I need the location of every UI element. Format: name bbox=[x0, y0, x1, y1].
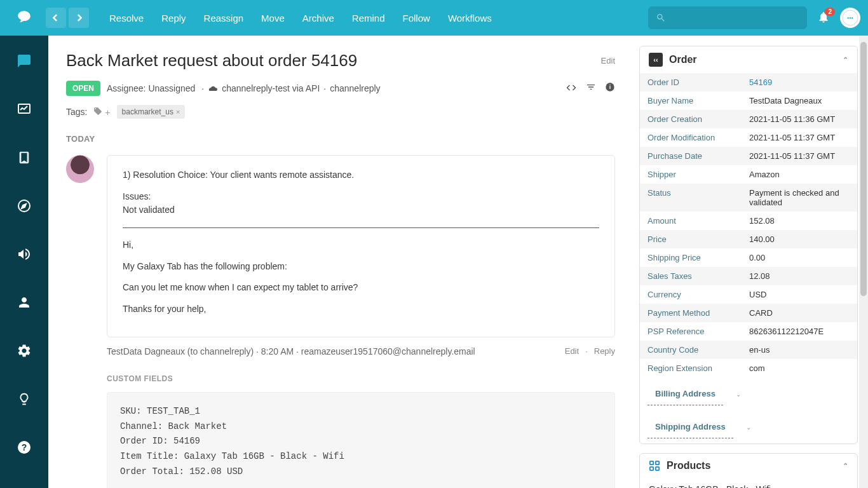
svg-rect-10 bbox=[650, 467, 653, 470]
products-icon bbox=[649, 460, 660, 471]
order-field-key: Region Extension bbox=[640, 359, 742, 377]
chat-icon bbox=[17, 53, 32, 69]
notification-badge: 2 bbox=[825, 8, 835, 16]
toolbar: Resolve Reply Reassign Move Archive Remi… bbox=[100, 8, 501, 29]
order-field-key: Order Creation bbox=[640, 110, 742, 128]
order-field-value: 0.00 bbox=[742, 248, 857, 267]
message-body: 1) Resolution Choice: Your client wants … bbox=[107, 155, 615, 337]
person-icon bbox=[17, 295, 32, 310]
order-field-row: Price140.00 bbox=[640, 230, 857, 248]
app-logo[interactable] bbox=[14, 8, 34, 28]
order-field-value: 2021-11-05 11:37 GMT bbox=[742, 147, 857, 165]
order-field-row: Country Codeen-us bbox=[640, 341, 857, 359]
order-panel-header[interactable]: ‹‹ Order ⌃ bbox=[640, 46, 857, 73]
assignee-text[interactable]: Assignee: Unassigned bbox=[107, 83, 195, 93]
filter-icon[interactable] bbox=[586, 82, 596, 95]
edit-title-button[interactable]: Edit bbox=[601, 56, 615, 65]
prev-button[interactable] bbox=[46, 8, 66, 28]
order-field-key: Order Modification bbox=[640, 128, 742, 147]
sidebar-announce[interactable] bbox=[11, 241, 37, 267]
info-icon[interactable]: i bbox=[605, 82, 615, 95]
status-badge: OPEN bbox=[66, 81, 100, 96]
reply-button[interactable]: Reply bbox=[153, 8, 194, 29]
sidebar-reports[interactable] bbox=[11, 97, 37, 122]
order-field-row: Shipping Price0.00 bbox=[640, 248, 857, 267]
code-icon[interactable] bbox=[566, 82, 577, 95]
order-icon: ‹‹ bbox=[649, 53, 663, 67]
chevron-down-icon: ⌄ bbox=[746, 424, 751, 431]
order-field-row: Buyer NameTestData Dagneaux bbox=[640, 92, 857, 110]
tag-icon[interactable]: + bbox=[93, 107, 110, 118]
order-field-value: Amazon bbox=[742, 165, 857, 184]
products-panel-header[interactable]: Products ⌃ bbox=[640, 454, 857, 478]
sidebar-settings[interactable] bbox=[11, 338, 37, 363]
order-field-value: 2021-11-05 11:36 GMT bbox=[742, 110, 857, 128]
order-field-key: Shipper bbox=[640, 165, 742, 184]
order-field-value: com bbox=[742, 359, 857, 377]
move-button[interactable]: Move bbox=[252, 8, 294, 29]
product-item[interactable]: Galaxy Tab 16GB - Black - Wifi bbox=[640, 478, 857, 488]
order-field-row: StatusPayment is checked and validated bbox=[640, 184, 857, 212]
svg-rect-11 bbox=[656, 467, 659, 470]
order-field-value: 2021-11-05 11:37 GMT bbox=[742, 128, 857, 147]
sidebar-conversations[interactable] bbox=[11, 48, 37, 74]
svg-text:i: i bbox=[609, 84, 611, 90]
tag-chip[interactable]: backmarket_us× bbox=[117, 105, 186, 119]
scrollbar[interactable] bbox=[859, 36, 868, 488]
sidebar-contacts[interactable] bbox=[11, 290, 37, 315]
notifications-button[interactable]: 2 bbox=[817, 11, 830, 25]
order-field-value: 12.08 bbox=[742, 267, 857, 285]
megaphone-icon bbox=[17, 247, 32, 262]
svg-text:?: ? bbox=[22, 442, 27, 452]
chevron-up-icon: ⌃ bbox=[843, 56, 848, 64]
order-field-row: Payment MethodCARD bbox=[640, 304, 857, 322]
order-field-row: Region Extensioncom bbox=[640, 359, 857, 377]
order-field-value: Payment is checked and validated bbox=[742, 184, 857, 212]
sidebar-ideas[interactable] bbox=[11, 386, 37, 412]
right-panel: ‹‹ Order ⌃ Order ID54169Buyer NameTestDa… bbox=[633, 36, 868, 488]
search-input[interactable] bbox=[648, 6, 807, 29]
tag-remove-icon[interactable]: × bbox=[176, 108, 180, 116]
order-field-value[interactable]: 54169 bbox=[742, 73, 857, 92]
order-field-key: Buyer Name bbox=[640, 92, 742, 110]
order-field-row: Order ID54169 bbox=[640, 73, 857, 92]
scrollbar-thumb[interactable] bbox=[860, 42, 867, 296]
order-field-row: Purchase Date2021-11-05 11:37 GMT bbox=[640, 147, 857, 165]
order-field-key: Currency bbox=[640, 285, 742, 304]
order-field-value: TestData Dagneaux bbox=[742, 92, 857, 110]
svg-rect-9 bbox=[656, 461, 659, 464]
order-field-value: en-us bbox=[742, 341, 857, 359]
order-field-row: Order Modification2021-11-05 11:37 GMT bbox=[640, 128, 857, 147]
bulb-icon bbox=[17, 392, 31, 406]
order-field-value: 152.08 bbox=[742, 212, 857, 230]
shipping-address-toggle[interactable]: Shipping Address bbox=[648, 416, 733, 438]
custom-fields-heading: CUSTOM FIELDS bbox=[66, 374, 615, 383]
billing-address-toggle[interactable]: Billing Address bbox=[648, 383, 723, 405]
order-field-key: Country Code bbox=[640, 341, 742, 359]
sidebar: ? bbox=[0, 36, 48, 488]
next-button[interactable] bbox=[69, 8, 89, 28]
ticket-title: Back Market request about order 54169 bbox=[66, 51, 357, 71]
order-field-row: Sales Taxes12.08 bbox=[640, 267, 857, 285]
sidebar-help[interactable]: ? bbox=[11, 435, 37, 460]
message-edit-button[interactable]: Edit bbox=[565, 346, 579, 356]
message-reply-button[interactable]: Reply bbox=[594, 346, 615, 356]
follow-button[interactable]: Follow bbox=[394, 8, 439, 29]
help-icon: ? bbox=[17, 440, 32, 455]
customer-avatar bbox=[66, 155, 94, 183]
tags-label: Tags: bbox=[66, 107, 87, 117]
order-field-key: PSP Reference bbox=[640, 322, 742, 341]
chart-icon bbox=[17, 102, 32, 117]
sidebar-kb[interactable] bbox=[11, 145, 37, 170]
order-field-key: Price bbox=[640, 230, 742, 248]
remind-button[interactable]: Remind bbox=[343, 8, 394, 29]
workflows-button[interactable]: Workflows bbox=[439, 8, 501, 29]
reassign-button[interactable]: Reassign bbox=[195, 8, 253, 29]
resolve-button[interactable]: Resolve bbox=[100, 8, 153, 29]
order-field-value: CARD bbox=[742, 304, 857, 322]
chevron-up-icon: ⌃ bbox=[843, 462, 848, 470]
archive-button[interactable]: Archive bbox=[294, 8, 343, 29]
user-avatar[interactable]: ●●● bbox=[840, 8, 860, 28]
sidebar-explore[interactable] bbox=[11, 193, 37, 219]
topbar: Resolve Reply Reassign Move Archive Remi… bbox=[0, 0, 868, 36]
